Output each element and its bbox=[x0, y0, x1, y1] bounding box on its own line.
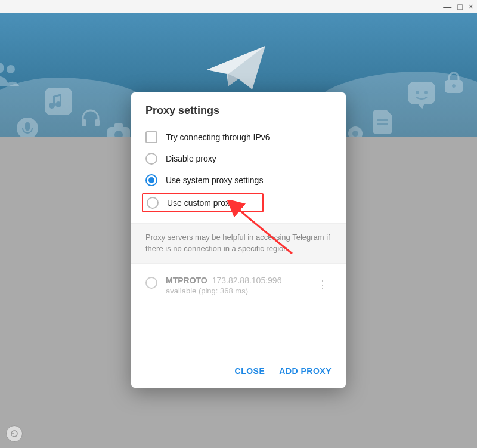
maximize-button[interactable]: □ bbox=[457, 2, 462, 11]
option-label: Try connecting through IPv6 bbox=[166, 132, 270, 142]
option-label: Disable proxy bbox=[166, 154, 216, 163]
proxy-options: Try connecting through IPv6 Disable prox… bbox=[131, 126, 346, 223]
modal-title: Proxy settings bbox=[131, 92, 346, 126]
option-disable-proxy[interactable]: Disable proxy bbox=[143, 148, 334, 169]
kebab-menu-icon[interactable]: ⋮ bbox=[314, 276, 332, 293]
proxy-info-text: Proxy servers may be helpful in accessin… bbox=[131, 223, 346, 264]
refresh-icon bbox=[10, 429, 19, 438]
minimize-button[interactable]: — bbox=[443, 2, 451, 11]
option-label: Use custom proxy bbox=[167, 198, 234, 208]
proxy-status: available (ping: 368 ms) bbox=[166, 286, 305, 295]
add-proxy-button[interactable]: ADD PROXY bbox=[279, 366, 332, 376]
proxy-list: MTPROTO 173.82.88.105:996 available (pin… bbox=[131, 264, 346, 357]
close-window-button[interactable]: × bbox=[469, 2, 473, 11]
checkbox-icon bbox=[145, 131, 157, 143]
proxy-address: 173.82.88.105:996 bbox=[212, 276, 282, 285]
option-system-proxy[interactable]: Use system proxy settings bbox=[143, 169, 334, 191]
radio-icon bbox=[145, 153, 157, 165]
option-ipv6[interactable]: Try connecting through IPv6 bbox=[143, 126, 334, 148]
radio-icon bbox=[145, 277, 157, 289]
window-titlebar: — □ × bbox=[0, 0, 477, 13]
modal-footer: CLOSE ADD PROXY bbox=[131, 357, 346, 388]
option-custom-proxy[interactable]: Use custom proxy bbox=[143, 191, 334, 215]
option-label: Use system proxy settings bbox=[166, 175, 263, 185]
radio-icon bbox=[147, 197, 159, 209]
modal-backdrop: Proxy settings Try connecting through IP… bbox=[0, 13, 477, 448]
annotation-highlight: Use custom proxy bbox=[142, 193, 264, 212]
proxy-protocol: MTPROTO bbox=[166, 276, 207, 285]
proxy-settings-modal: Proxy settings Try connecting through IP… bbox=[131, 92, 346, 388]
proxy-info: MTPROTO 173.82.88.105:996 available (pin… bbox=[166, 276, 305, 295]
proxy-item[interactable]: MTPROTO 173.82.88.105:996 available (pin… bbox=[143, 271, 334, 300]
refresh-button[interactable] bbox=[6, 425, 23, 442]
close-button[interactable]: CLOSE bbox=[235, 366, 265, 376]
radio-icon bbox=[145, 174, 157, 186]
